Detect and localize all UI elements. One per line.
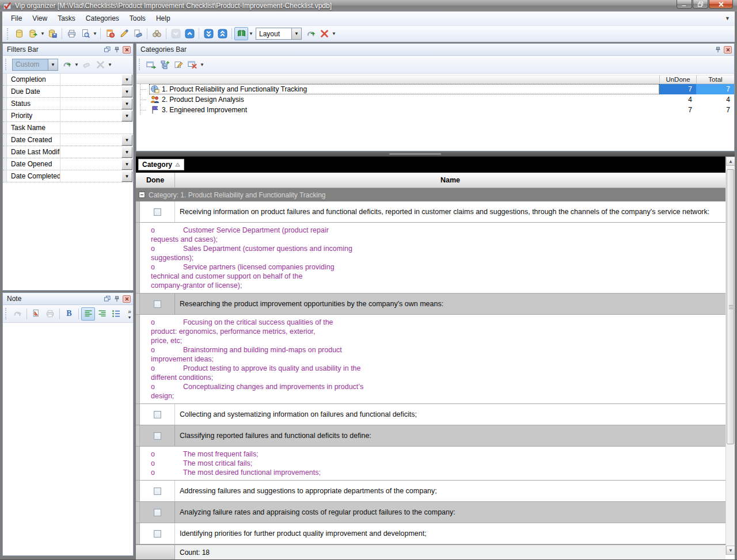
view-book-icon[interactable] xyxy=(234,27,248,40)
task-checkbox[interactable] xyxy=(154,300,161,308)
print-icon[interactable] xyxy=(64,27,78,40)
find-icon[interactable] xyxy=(150,27,164,40)
filters-toolbar-overflow-icon[interactable]: ▼ xyxy=(107,58,113,71)
category-name-column-header[interactable] xyxy=(136,75,659,83)
restore-button[interactable] xyxy=(693,0,708,9)
apply-filter-dropdown-icon[interactable]: ▼ xyxy=(74,58,79,71)
panel-close-icon[interactable] xyxy=(123,46,131,54)
filter-combobox-dropdown-icon[interactable]: ▼ xyxy=(48,59,58,71)
bullet-list-icon[interactable] xyxy=(109,307,123,321)
delete-layout-icon[interactable] xyxy=(317,27,331,40)
open-database-icon[interactable] xyxy=(26,27,40,40)
bold-icon[interactable]: B xyxy=(62,307,76,321)
close-button[interactable] xyxy=(709,0,733,9)
save-database-icon[interactable] xyxy=(45,27,59,40)
filter-value-field[interactable] xyxy=(60,158,121,170)
delete-category-icon[interactable] xyxy=(185,58,199,71)
filter-combobox[interactable]: Custom ▼ xyxy=(12,59,58,71)
panel-close-icon[interactable] xyxy=(123,295,131,303)
new-database-icon[interactable] xyxy=(12,27,26,40)
minimize-button[interactable] xyxy=(677,0,692,9)
scrollbar-thumb[interactable] xyxy=(727,169,734,444)
note-content[interactable] xyxy=(3,323,133,551)
task-row[interactable]: Collecting and systematizing information… xyxy=(136,404,725,425)
filter-value-field[interactable] xyxy=(60,110,121,121)
task-checkbox[interactable] xyxy=(154,411,161,418)
menu-help[interactable]: Help xyxy=(151,12,176,25)
menu-file[interactable]: File xyxy=(6,12,27,25)
apply-filter-icon[interactable] xyxy=(60,58,74,71)
group-row[interactable]: Category: 1. Product Reliability and Fun… xyxy=(136,188,725,201)
panel-close-icon[interactable] xyxy=(724,46,732,54)
view-book-dropdown-icon[interactable]: ▼ xyxy=(248,27,254,40)
move-top-icon[interactable] xyxy=(215,27,229,40)
apply-note-icon[interactable] xyxy=(10,307,24,321)
task-checkbox[interactable] xyxy=(154,487,161,495)
scroll-down-icon[interactable]: ▼ xyxy=(726,546,735,555)
task-checkbox[interactable] xyxy=(154,509,161,516)
horizontal-splitter[interactable] xyxy=(136,151,735,157)
edit-task-icon[interactable] xyxy=(117,27,131,40)
categories-toolbar-overflow-icon[interactable]: ▼ xyxy=(199,58,205,71)
layout-combobox-dropdown-icon[interactable]: ▼ xyxy=(291,28,302,40)
done-column-header[interactable]: Done xyxy=(136,173,175,188)
layout-combobox[interactable]: Layout ▼ xyxy=(256,28,302,40)
move-up-icon[interactable] xyxy=(183,27,196,40)
task-row[interactable]: Analyzing failure rates and appraising c… xyxy=(136,502,725,523)
menu-view[interactable]: View xyxy=(27,12,52,25)
filter-value-field[interactable] xyxy=(60,122,133,134)
new-subcategory-icon[interactable] xyxy=(158,58,172,71)
toolbar-overflow-icon[interactable]: ▼ xyxy=(331,27,337,40)
print-preview-dropdown-icon[interactable]: ▼ xyxy=(92,27,98,40)
open-database-dropdown-icon[interactable]: ▼ xyxy=(40,27,45,40)
menu-tools[interactable]: Tools xyxy=(124,12,151,25)
filter-value-field[interactable] xyxy=(60,86,121,97)
print-preview-icon[interactable] xyxy=(78,27,92,40)
panel-restore-icon[interactable] xyxy=(103,46,111,54)
layout-combobox-value[interactable]: Layout xyxy=(256,28,291,40)
filter-value-field[interactable] xyxy=(60,134,121,146)
task-row[interactable]: Researching the product improvement oppo… xyxy=(136,294,725,315)
apply-layout-icon[interactable] xyxy=(303,27,317,40)
collapse-group-icon[interactable] xyxy=(139,192,145,198)
note-toolbar-overflow-icon[interactable]: »▼ xyxy=(127,308,133,319)
task-row[interactable]: Classifying reported failures and functi… xyxy=(136,425,725,447)
clear-filter-icon[interactable] xyxy=(79,58,93,71)
print-preview-icon[interactable] xyxy=(29,307,43,321)
filter-dropdown-icon[interactable]: ▼ xyxy=(121,147,132,158)
move-bottom-icon[interactable] xyxy=(202,27,215,40)
filter-dropdown-icon[interactable]: ▼ xyxy=(121,74,132,85)
task-row[interactable]: Identifying priorities for further produ… xyxy=(136,523,725,544)
name-column-header[interactable]: Name xyxy=(175,173,725,188)
panel-pin-icon[interactable] xyxy=(113,46,121,54)
filter-dropdown-icon[interactable]: ▼ xyxy=(121,111,132,121)
category-item[interactable]: 3. Engineered Improvement xyxy=(149,105,659,115)
filter-value-field[interactable] xyxy=(60,146,121,158)
undone-column-header[interactable]: UnDone xyxy=(659,75,696,83)
task-row[interactable]: Receiving information on product failure… xyxy=(136,201,725,223)
scroll-up-icon[interactable]: ▲ xyxy=(726,157,735,166)
align-right-icon[interactable] xyxy=(95,307,109,321)
category-row[interactable]: 3. Engineered Improvement77 xyxy=(136,105,734,115)
note-row[interactable]: oThe most frequent fails;oThe most criti… xyxy=(136,447,725,481)
panel-pin-icon[interactable] xyxy=(714,46,722,54)
category-item[interactable]: 2. Product Design Analysis xyxy=(149,94,659,105)
move-down-icon[interactable] xyxy=(169,27,183,40)
menu-categories[interactable]: Categories xyxy=(81,12,124,25)
task-checkbox[interactable] xyxy=(154,530,161,538)
delete-task-icon[interactable] xyxy=(131,27,145,40)
vertical-scrollbar[interactable]: ▲ ▼ xyxy=(725,157,735,555)
note-row[interactable]: oFocusing on the critical success qualit… xyxy=(136,315,725,404)
filter-value-field[interactable] xyxy=(60,170,121,182)
delete-filter-icon[interactable] xyxy=(93,58,107,71)
category-row[interactable]: 2. Product Design Analysis44 xyxy=(136,94,734,105)
menu-tasks[interactable]: Tasks xyxy=(52,12,81,25)
total-column-header[interactable]: Total xyxy=(696,75,734,83)
category-row[interactable]: 1. Product Reliability and Functionality… xyxy=(136,84,734,94)
filter-value-field[interactable] xyxy=(60,74,121,85)
note-row[interactable]: oCustomer Service Department (product re… xyxy=(136,223,725,294)
print-icon[interactable] xyxy=(43,307,57,321)
task-row[interactable]: Addressing failures and suggestions to a… xyxy=(136,481,725,502)
panel-restore-icon[interactable] xyxy=(103,295,111,303)
new-task-icon[interactable] xyxy=(103,27,117,40)
